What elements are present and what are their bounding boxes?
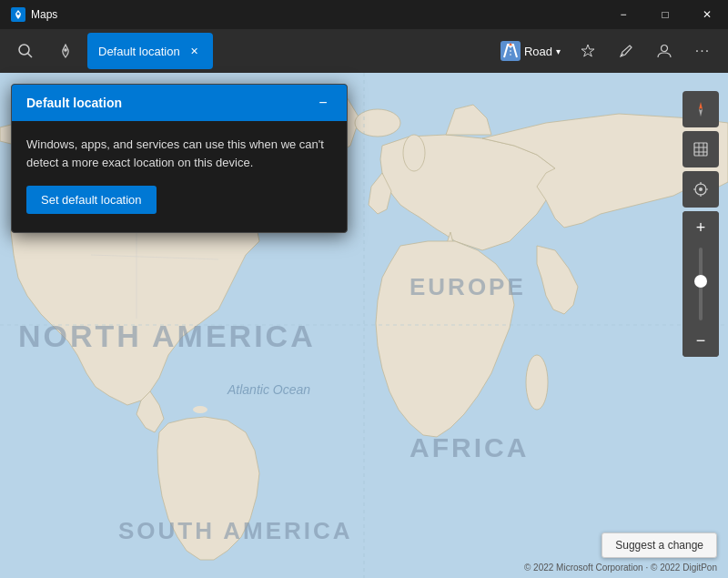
toolbar-right: Road ▾ ···	[493, 33, 721, 69]
compass-group	[682, 91, 719, 127]
person-button[interactable]	[646, 33, 682, 69]
svg-marker-20	[699, 102, 703, 109]
map-controls: + −	[682, 91, 719, 357]
target-icon	[692, 180, 710, 198]
close-button[interactable]: ✕	[686, 0, 728, 29]
chevron-down-icon: ▾	[556, 46, 561, 56]
popup-title: Default location	[26, 96, 122, 110]
titlebar: Maps − □ ✕	[0, 0, 728, 29]
compass-button[interactable]	[682, 91, 719, 127]
svg-point-2	[19, 45, 29, 55]
zoom-out-button[interactable]: −	[682, 324, 719, 357]
popup-minimize-button[interactable]: −	[314, 94, 332, 112]
tab-label: Default location	[98, 45, 180, 58]
popup-description: Windows, apps, and services can use this…	[26, 136, 332, 171]
svg-point-13	[403, 135, 425, 171]
set-default-location-button[interactable]: Set default location	[26, 186, 157, 214]
svg-point-14	[526, 355, 548, 410]
toolbar: Default location ✕ Road ▾	[0, 29, 728, 73]
star-icon	[580, 43, 596, 59]
layers-group	[682, 131, 719, 167]
default-location-tab[interactable]: Default location ✕	[87, 33, 213, 69]
maximize-button[interactable]: □	[644, 0, 686, 29]
pen-icon	[618, 43, 634, 59]
popup-header: Default location −	[12, 85, 347, 121]
zoom-in-button[interactable]: +	[682, 211, 719, 244]
search-button[interactable]	[7, 33, 44, 69]
svg-point-9	[662, 46, 668, 52]
svg-point-4	[64, 48, 67, 52]
location-button[interactable]	[47, 33, 84, 69]
titlebar-title: Maps	[31, 8, 57, 21]
location-icon	[57, 43, 74, 59]
suggest-change-button[interactable]: Suggest a change	[602, 532, 717, 558]
road-map-icon	[500, 41, 521, 61]
favorites-button[interactable]	[570, 33, 606, 69]
svg-line-3	[28, 54, 33, 58]
svg-point-11	[193, 406, 207, 413]
tab-close-button[interactable]: ✕	[187, 44, 202, 58]
titlebar-controls: − □ ✕	[602, 0, 728, 29]
more-button[interactable]: ···	[684, 33, 721, 69]
svg-rect-22	[694, 143, 707, 156]
more-icon: ···	[695, 43, 710, 59]
search-icon	[17, 43, 34, 59]
svg-point-1	[17, 13, 20, 15]
toolbar-left: Default location ✕	[7, 33, 213, 69]
copyright-text: © 2022 Microsoft Corporation · © 2022 Di…	[524, 563, 717, 573]
default-location-popup: Default location − Windows, apps, and se…	[11, 84, 348, 233]
my-location-group	[682, 171, 719, 208]
layers-icon	[692, 140, 710, 158]
road-view-button[interactable]: Road ▾	[493, 33, 568, 69]
layers-button[interactable]	[682, 131, 719, 167]
minimize-button[interactable]: −	[602, 0, 644, 29]
popup-body: Windows, apps, and services can use this…	[12, 121, 347, 232]
zoom-track	[699, 248, 703, 320]
ink-button[interactable]	[608, 33, 644, 69]
person-icon	[656, 43, 672, 59]
svg-point-28	[699, 188, 703, 191]
my-location-button[interactable]	[682, 171, 719, 208]
zoom-controls: + −	[682, 211, 719, 357]
compass-icon	[692, 100, 710, 118]
road-label: Road	[524, 45, 552, 58]
svg-marker-21	[699, 109, 703, 117]
maps-app-icon	[11, 7, 25, 22]
svg-point-12	[355, 109, 400, 137]
titlebar-left: Maps	[11, 7, 57, 22]
zoom-thumb[interactable]	[694, 275, 707, 288]
